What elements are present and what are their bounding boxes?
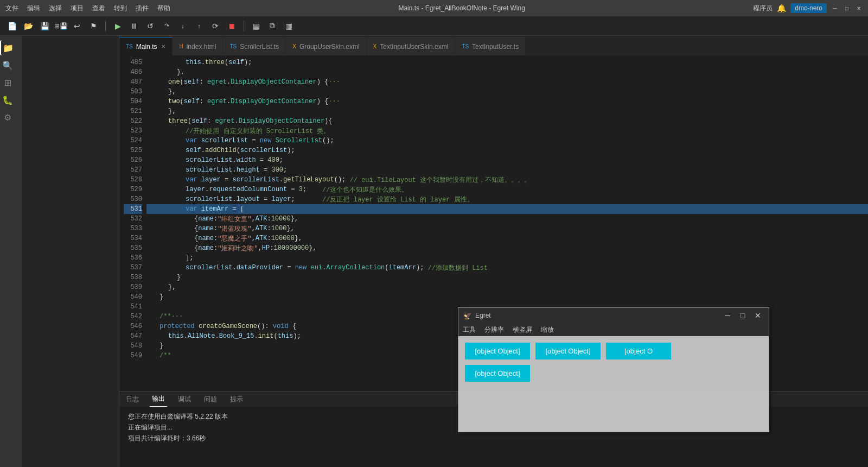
settings-icon[interactable]: ⚙	[0, 110, 15, 125]
code-line-527: scrollerList.height = 300;	[146, 165, 868, 175]
code-line-532: {name:"绯红女皇",ATK:10000},	[146, 214, 868, 224]
egret-close-button[interactable]: ✕	[751, 309, 764, 322]
egret-obj-0-0[interactable]: [object Object]	[465, 343, 530, 359]
tab-debug[interactable]: 调试	[176, 392, 193, 407]
code-line-521: },	[146, 106, 868, 116]
code-line-522: three(self: egret.DisplayObjectContainer…	[146, 116, 868, 126]
debug-icon[interactable]: 🐛	[0, 92, 15, 108]
tab-textinput-skin[interactable]: X TextInputUserSkin.exml	[367, 37, 456, 55]
egret-maximize-button[interactable]: □	[736, 309, 749, 322]
step-into-button[interactable]: ↓	[175, 18, 190, 34]
window-title: Main.ts - Egret_AllBookOfNote - Egret Wi…	[398, 4, 525, 12]
menu-edit[interactable]: 编辑	[27, 4, 40, 13]
code-line-526: scrollerList.width = 400;	[146, 155, 868, 165]
tab-output[interactable]: 输出	[150, 392, 167, 407]
menu-view[interactable]: 查看	[92, 4, 105, 13]
code-line-535: {name:"姬莉叶之吻",HP:100000000},	[146, 243, 868, 253]
close-button[interactable]: ✕	[855, 4, 863, 12]
egret-minimize-button[interactable]: ─	[721, 309, 734, 322]
code-line-531: var itemArr = [	[146, 204, 868, 214]
code-line-503: },	[146, 87, 868, 97]
tab-ts-icon3: TS	[462, 43, 469, 49]
egret-obj-1-0[interactable]: [object Object]	[465, 365, 530, 382]
egret-menu-zoom[interactable]: 缩放	[541, 325, 554, 335]
egret-menu-resolution[interactable]: 分辨率	[484, 325, 504, 335]
code-line-533: {name:"湛蓝玫瑰",ATK:1000},	[146, 224, 868, 234]
code-line-534: {name:"恶魔之手",ATK:100000},	[146, 234, 868, 243]
code-line-525: self.addChild(scrollerList);	[146, 146, 868, 155]
tab-ts-icon: TS	[126, 43, 133, 49]
code-line-523: //开始使用 自定义封装的 ScrollerList 类。	[146, 126, 868, 136]
pause-button[interactable]: ⏸	[126, 18, 142, 34]
menu-project[interactable]: 项目	[71, 4, 84, 13]
restart-button[interactable]: ↺	[143, 18, 158, 34]
code-line-536: ];	[146, 253, 868, 263]
redo-button[interactable]: ⚑	[86, 18, 101, 34]
titlebar-right: 程序员 🔔 dmc-nero ─ □ ✕	[753, 3, 863, 13]
menu-goto[interactable]: 转到	[114, 4, 127, 13]
open-file-button[interactable]: 📂	[21, 18, 36, 34]
menu-file[interactable]: 文件	[5, 4, 18, 13]
code-line-504: two(self: egret.DisplayObjectContainer) …	[146, 97, 868, 106]
tab-index-html[interactable]: H index.html	[173, 37, 223, 55]
menu-plugin[interactable]: 插件	[136, 4, 149, 13]
titlebar: 文件 编辑 选择 项目 查看 转到 插件 帮助 Main.ts - Egret_…	[0, 0, 868, 16]
tab-hints[interactable]: 提示	[228, 392, 245, 407]
reload-button[interactable]: ⟳	[208, 18, 223, 34]
maximize-button[interactable]: □	[843, 4, 851, 12]
save-all-button[interactable]: ⊞💾	[53, 18, 68, 34]
menu-help[interactable]: 帮助	[157, 4, 170, 13]
menu-select[interactable]: 选择	[49, 4, 62, 13]
layout-panel-button[interactable]: ▥	[281, 18, 296, 34]
tab-xml-icon2: X	[373, 43, 377, 49]
egret-objects-row-1: [object Object] [object Object] [object …	[465, 343, 762, 359]
tab-log[interactable]: 日志	[124, 392, 141, 407]
egret-menu-orientation[interactable]: 横竖屏	[513, 325, 532, 335]
toolbar-file-group: 📄 📂 💾 ⊞💾 ↩ ⚑	[4, 18, 101, 34]
code-line-530: scrollerList.layout = layer; //反正把 layer…	[146, 194, 868, 204]
output-line-3: 项目共计编译耗时：3.66秒	[128, 433, 859, 444]
minimize-button[interactable]: ─	[831, 4, 839, 12]
new-file-button[interactable]: 📄	[4, 18, 20, 34]
egret-obj-0-2[interactable]: [object O	[606, 343, 671, 359]
activity-bar: 📁 🔍 ⊞ 🐛 ⚙	[0, 36, 22, 467]
egret-canvas: [object Object] [object Object] [object …	[458, 336, 769, 388]
code-line-537: scrollerList.dataProvider = new eui.Arra…	[146, 263, 868, 273]
tab-close-main-ts[interactable]: ✕	[161, 43, 165, 49]
layout-split-button[interactable]: ⧉	[265, 18, 280, 34]
egret-objects-row-2: [object Object]	[465, 365, 762, 382]
undo-button[interactable]: ↩	[69, 18, 85, 34]
toolbar: 📄 📂 💾 ⊞💾 ↩ ⚑ ▶ ⏸ ↺ ↷ ↓ ↑ ⟳ ⏹ ▤ ⧉ ▥	[0, 16, 868, 36]
code-line-487: one(self: egret.DisplayObjectContainer) …	[146, 77, 868, 87]
egret-win-controls: ─ □ ✕	[721, 309, 764, 322]
extensions-icon[interactable]: ⊞	[0, 75, 15, 90]
egret-title-label: 🦅 Egret	[463, 311, 491, 320]
layout-sidebar-button[interactable]: ▤	[248, 18, 264, 34]
tab-xml-icon: X	[292, 43, 296, 49]
line-numbers: 485 486 487 503 504 521 522 523 524 525 …	[119, 55, 146, 391]
tab-textinput-user[interactable]: TS TextInputUser.ts	[455, 37, 526, 55]
egret-menu-tools[interactable]: 工具	[463, 325, 476, 335]
egret-menubar: 工具 分辨率 横竖屏 缩放	[458, 323, 769, 336]
tab-scroller-list[interactable]: TS ScrollerList.ts	[223, 37, 286, 55]
debug-start-button[interactable]: ▶	[110, 18, 125, 34]
save-button[interactable]: 💾	[37, 18, 52, 34]
titlebar-menus[interactable]: 文件 编辑 选择 项目 查看 转到 插件 帮助	[5, 4, 170, 13]
tab-html-icon: H	[179, 43, 183, 49]
editor-tabs: TS Main.ts ✕ H index.html TS ScrollerLis…	[119, 36, 868, 55]
code-line-538: }	[146, 273, 868, 282]
step-over-button[interactable]: ↷	[159, 18, 174, 34]
search-icon[interactable]: 🔍	[0, 58, 15, 73]
stop-button[interactable]: ⏹	[224, 18, 239, 34]
sidebar: 📁 🔍 ⊞ 🐛 ⚙ 已打开编辑器 TS Main.ts src H index.…	[0, 36, 119, 467]
notification-icon[interactable]: 🔔	[777, 4, 786, 12]
explorer-icon[interactable]: 📁	[0, 40, 15, 55]
tab-group-skin[interactable]: X GroupUserSkin.exml	[286, 37, 366, 55]
step-out-button[interactable]: ↑	[192, 18, 207, 34]
code-line-486: },	[146, 67, 868, 77]
code-line-529: layer.requestedColumnCount = 3; //这个也不知道…	[146, 185, 868, 194]
toolbar-layout-group: ▤ ⧉ ▥	[248, 18, 296, 34]
tab-problems[interactable]: 问题	[202, 392, 219, 407]
tab-main-ts[interactable]: TS Main.ts ✕	[119, 37, 173, 55]
egret-obj-0-1[interactable]: [object Object]	[535, 343, 601, 359]
